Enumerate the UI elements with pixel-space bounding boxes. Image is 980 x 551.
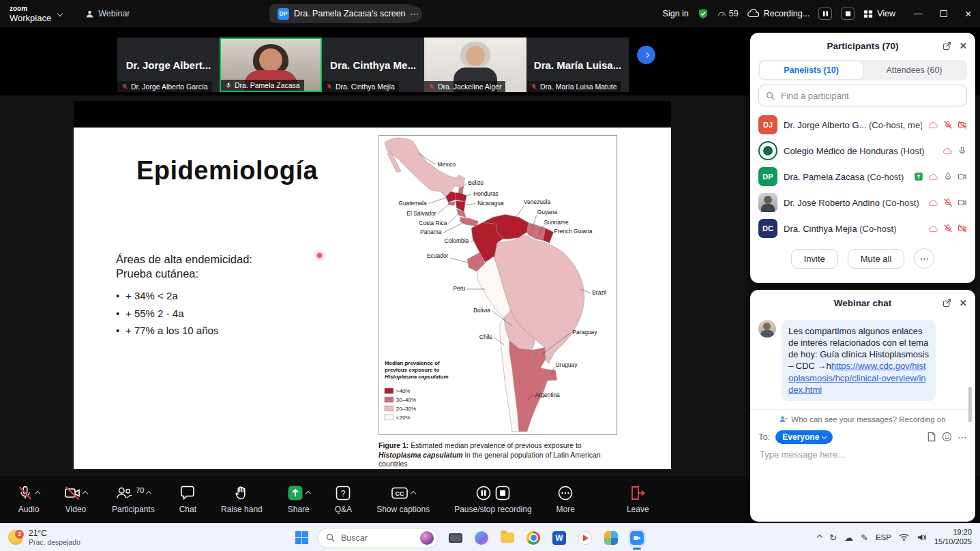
cloud-icon[interactable]: ☁ xyxy=(844,533,853,543)
taskbar-search[interactable] xyxy=(317,528,439,548)
popout-icon[interactable] xyxy=(942,299,951,308)
mic-muted-icon xyxy=(121,83,128,90)
mic-muted-icon[interactable] xyxy=(943,224,953,233)
map-label: French Guiana xyxy=(554,228,593,235)
notification-badge: 2 xyxy=(15,530,24,539)
more-button[interactable]: More xyxy=(556,485,575,514)
mic-muted-icon[interactable] xyxy=(943,120,953,130)
video-tile-jackeline[interactable]: Dra. Jackeline Alger xyxy=(424,38,526,92)
tab-webinar[interactable]: Webinar xyxy=(85,9,130,18)
emoji-icon[interactable] xyxy=(942,432,952,442)
view-layout-icon xyxy=(863,10,873,18)
sign-in-button[interactable]: Sign in xyxy=(663,9,689,18)
popout-icon[interactable] xyxy=(942,42,951,50)
mute-all-button[interactable]: Mute all xyxy=(848,249,905,269)
participants-options-chevron[interactable] xyxy=(146,491,151,496)
share-options-chevron[interactable] xyxy=(306,491,311,496)
recording-indicator: Recording... xyxy=(747,9,810,18)
leave-button[interactable]: Leave xyxy=(627,485,649,514)
camera-off-icon[interactable] xyxy=(957,224,967,233)
zoom-taskbar-icon[interactable] xyxy=(628,529,646,547)
participant-row[interactable]: DC Dra. Cinthya Mejía (Co-host) xyxy=(750,215,975,241)
participant-row[interactable]: DJ Dr. Jorge Alberto G... (Co-host, me) xyxy=(750,112,975,138)
word-icon[interactable]: W xyxy=(550,529,568,547)
video-tile-jorge[interactable]: Dr. Jorge Albert... Dr. Jorge Alberto Ga… xyxy=(117,38,220,92)
maximize-button[interactable] xyxy=(940,10,947,17)
share-screen-button[interactable]: Share xyxy=(287,485,310,514)
audio-button[interactable]: Audio xyxy=(18,485,40,514)
weather-widget[interactable]: 2 21°C Prac. despejado xyxy=(0,528,89,547)
taskbar-search-input[interactable] xyxy=(340,533,415,543)
file-icon[interactable] xyxy=(927,432,936,442)
next-participants-button[interactable] xyxy=(637,46,655,64)
chrome-icon[interactable] xyxy=(524,529,542,547)
file-explorer-icon[interactable] xyxy=(499,529,516,547)
audio-options-chevron[interactable] xyxy=(35,491,40,496)
sync-icon[interactable]: ↻ xyxy=(829,533,837,543)
tab-options-button[interactable]: ⋯ xyxy=(406,6,422,22)
meeting-stat-indicator[interactable]: 59 xyxy=(717,9,739,18)
recipient-selector[interactable]: Everyone xyxy=(775,430,833,444)
close-participants-icon[interactable]: ✕ xyxy=(960,40,967,51)
photos-icon[interactable] xyxy=(602,529,620,547)
pause-recording-button[interactable] xyxy=(818,8,832,20)
legend-label: 20–30% xyxy=(396,406,416,412)
choropleth-map-svg: Mexico Belize Honduras Nicaragua Venezue… xyxy=(379,136,617,434)
chat-input-area[interactable] xyxy=(750,447,975,462)
tray-expand-chevron[interactable] xyxy=(817,535,822,540)
close-button[interactable]: ✕ xyxy=(965,9,972,19)
video-tile-cinthya[interactable]: Dra. Cinthya Me... Dra. Cinthya Mejía xyxy=(322,38,424,92)
participants-more-button[interactable]: ⋯ xyxy=(914,248,934,269)
participant-row[interactable]: Dr. José Roberto Andino (Co-host) xyxy=(750,190,975,215)
stop-recording-button[interactable] xyxy=(841,8,855,20)
mic-icon[interactable] xyxy=(957,146,967,155)
legend-title: previous exposure to xyxy=(385,367,439,373)
camera-icon[interactable] xyxy=(957,198,967,207)
chat-button[interactable]: Chat xyxy=(179,485,196,514)
video-tile-maria-luisa[interactable]: Dra. María Luisa... Dra. María Luisa Mat… xyxy=(526,38,629,92)
copilot-icon[interactable] xyxy=(473,529,490,547)
video-tile-pamela-active-speaker[interactable]: Dra. Pamela Zacasa xyxy=(220,38,322,92)
camera-icon[interactable] xyxy=(957,172,967,181)
invite-button[interactable]: Invite xyxy=(791,249,838,269)
media-player-icon[interactable] xyxy=(576,529,594,547)
raise-hand-button[interactable]: Raise hand xyxy=(221,485,263,514)
keyboard-language[interactable]: ESP xyxy=(876,533,891,541)
participants-button[interactable]: 70 Participants xyxy=(112,485,155,514)
participant-search-input[interactable] xyxy=(779,90,960,102)
tab-panelists[interactable]: Panelists (10) xyxy=(760,61,863,79)
close-chat-icon[interactable]: ✕ xyxy=(960,297,967,308)
wifi-icon[interactable] xyxy=(899,533,909,541)
map-label: Peru xyxy=(453,285,465,292)
tab-screen-share[interactable]: DP Dra. Pamela Zacasa's screen xyxy=(269,4,414,23)
chat-message-input[interactable] xyxy=(758,449,967,460)
security-shield-icon[interactable] xyxy=(698,8,709,19)
view-button[interactable]: View xyxy=(863,9,895,18)
participant-search[interactable] xyxy=(758,85,967,106)
taskview-icon[interactable] xyxy=(447,529,464,547)
pause-stop-recording-button[interactable]: Pause/stop recording xyxy=(454,485,531,514)
video-options-chevron[interactable] xyxy=(83,491,88,496)
map-label: Guatemala xyxy=(398,200,427,207)
tab-attendees[interactable]: Attendees (60) xyxy=(863,61,966,79)
chat-more-icon[interactable]: ⋯ xyxy=(957,432,967,443)
chat-scrollbar[interactable] xyxy=(968,387,972,422)
clock-widget[interactable]: 19:20 15/10/2025 xyxy=(934,528,972,547)
pen-icon[interactable]: ✎ xyxy=(861,533,868,543)
zoom-workplace-logo: zoom Workplace xyxy=(10,5,51,23)
mic-muted-icon[interactable] xyxy=(943,198,953,207)
qa-button[interactable]: ? Q&A xyxy=(335,485,352,514)
slide-title: Epidemiología xyxy=(136,156,318,185)
captions-options-chevron[interactable] xyxy=(411,491,416,496)
start-button[interactable] xyxy=(295,531,309,545)
workspace-chevron-icon[interactable] xyxy=(57,11,63,16)
chat-message-bubble: Les compartimos algunos enlaces de inter… xyxy=(782,320,936,401)
participant-row[interactable]: DP Dra. Pamela Zacasa (Co-host) xyxy=(750,164,975,190)
camera-off-icon[interactable] xyxy=(957,120,967,130)
participant-row[interactable]: Colegio Médico de Honduras (Host) xyxy=(750,138,975,164)
volume-icon[interactable] xyxy=(917,533,927,541)
captions-button[interactable]: CC Show captions xyxy=(376,485,430,514)
video-button[interactable]: Video xyxy=(64,485,87,514)
mic-icon[interactable] xyxy=(943,172,953,181)
minimize-button[interactable]: — xyxy=(914,9,923,18)
